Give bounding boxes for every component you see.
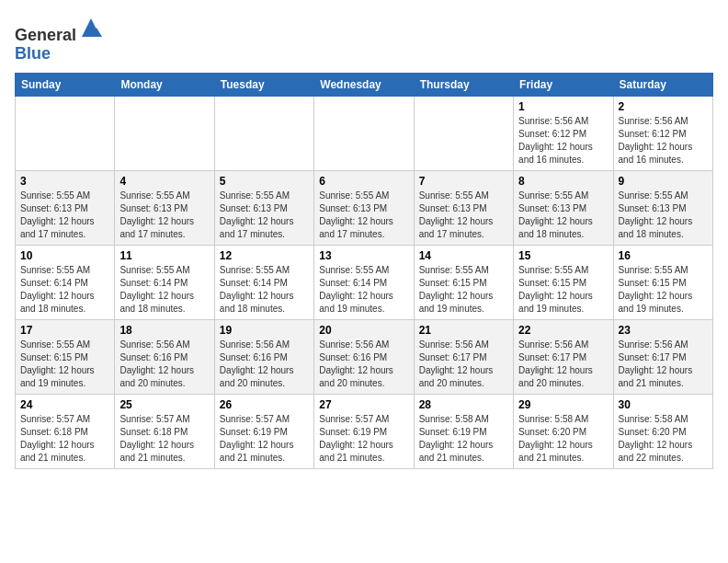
day-number: 17 bbox=[20, 324, 109, 337]
day-number: 25 bbox=[119, 398, 209, 411]
day-info: Sunrise: 5:55 AM Sunset: 6:15 PM Dayligh… bbox=[619, 264, 708, 316]
day-info: Sunrise: 5:56 AM Sunset: 6:17 PM Dayligh… bbox=[518, 339, 608, 390]
calendar-cell: 28Sunrise: 5:58 AM Sunset: 6:19 PM Dayli… bbox=[414, 394, 513, 468]
week-row-3: 10Sunrise: 5:55 AM Sunset: 6:14 PM Dayli… bbox=[16, 245, 713, 319]
day-info: Sunrise: 5:58 AM Sunset: 6:19 PM Dayligh… bbox=[419, 413, 508, 465]
day-info: Sunrise: 5:55 AM Sunset: 6:13 PM Dayligh… bbox=[319, 190, 408, 241]
day-number: 3 bbox=[20, 175, 109, 188]
day-info: Sunrise: 5:56 AM Sunset: 6:16 PM Dayligh… bbox=[119, 339, 209, 390]
calendar-cell: 19Sunrise: 5:56 AM Sunset: 6:16 PM Dayli… bbox=[214, 319, 313, 394]
calendar-cell: 12Sunrise: 5:55 AM Sunset: 6:14 PM Dayli… bbox=[214, 245, 313, 319]
day-info: Sunrise: 5:57 AM Sunset: 6:19 PM Dayligh… bbox=[319, 413, 408, 465]
logo: General Blue bbox=[15, 15, 104, 63]
day-number: 29 bbox=[518, 398, 608, 411]
calendar-cell: 21Sunrise: 5:56 AM Sunset: 6:17 PM Dayli… bbox=[414, 319, 513, 394]
day-number: 5 bbox=[220, 175, 309, 188]
day-info: Sunrise: 5:55 AM Sunset: 6:14 PM Dayligh… bbox=[20, 264, 109, 316]
weekday-header-tuesday: Tuesday bbox=[214, 73, 313, 96]
day-info: Sunrise: 5:55 AM Sunset: 6:15 PM Dayligh… bbox=[20, 339, 109, 390]
day-info: Sunrise: 5:58 AM Sunset: 6:20 PM Dayligh… bbox=[619, 413, 708, 465]
calendar-cell: 11Sunrise: 5:55 AM Sunset: 6:14 PM Dayli… bbox=[115, 245, 214, 319]
logo-general: General bbox=[15, 26, 76, 44]
day-info: Sunrise: 5:58 AM Sunset: 6:20 PM Dayligh… bbox=[518, 413, 608, 465]
calendar-cell: 13Sunrise: 5:55 AM Sunset: 6:14 PM Dayli… bbox=[314, 245, 414, 319]
day-number: 1 bbox=[518, 100, 608, 113]
day-number: 27 bbox=[319, 398, 408, 411]
calendar-cell bbox=[115, 96, 214, 170]
day-info: Sunrise: 5:57 AM Sunset: 6:18 PM Dayligh… bbox=[119, 413, 209, 465]
calendar-cell bbox=[214, 96, 313, 170]
day-number: 18 bbox=[119, 324, 209, 337]
day-number: 4 bbox=[119, 175, 209, 188]
day-info: Sunrise: 5:55 AM Sunset: 6:14 PM Dayligh… bbox=[119, 264, 209, 316]
calendar-cell: 27Sunrise: 5:57 AM Sunset: 6:19 PM Dayli… bbox=[314, 394, 414, 468]
calendar-cell: 6Sunrise: 5:55 AM Sunset: 6:13 PM Daylig… bbox=[314, 170, 414, 245]
calendar-cell: 17Sunrise: 5:55 AM Sunset: 6:15 PM Dayli… bbox=[16, 319, 115, 394]
week-row-1: 1Sunrise: 5:56 AM Sunset: 6:12 PM Daylig… bbox=[16, 96, 713, 170]
calendar-cell: 10Sunrise: 5:55 AM Sunset: 6:14 PM Dayli… bbox=[16, 245, 115, 319]
day-info: Sunrise: 5:55 AM Sunset: 6:13 PM Dayligh… bbox=[119, 190, 209, 241]
weekday-header-friday: Friday bbox=[514, 73, 613, 96]
day-info: Sunrise: 5:55 AM Sunset: 6:13 PM Dayligh… bbox=[419, 190, 508, 241]
day-info: Sunrise: 5:55 AM Sunset: 6:15 PM Dayligh… bbox=[419, 264, 508, 316]
day-number: 16 bbox=[619, 249, 708, 262]
day-number: 21 bbox=[419, 324, 508, 337]
calendar-cell: 20Sunrise: 5:56 AM Sunset: 6:16 PM Dayli… bbox=[314, 319, 414, 394]
week-row-4: 17Sunrise: 5:55 AM Sunset: 6:15 PM Dayli… bbox=[16, 319, 713, 394]
day-info: Sunrise: 5:57 AM Sunset: 6:18 PM Dayligh… bbox=[20, 413, 109, 465]
calendar-cell: 4Sunrise: 5:55 AM Sunset: 6:13 PM Daylig… bbox=[115, 170, 214, 245]
day-number: 10 bbox=[20, 249, 109, 262]
logo-blue: Blue bbox=[15, 44, 51, 63]
calendar-cell: 9Sunrise: 5:55 AM Sunset: 6:13 PM Daylig… bbox=[613, 170, 712, 245]
day-info: Sunrise: 5:55 AM Sunset: 6:14 PM Dayligh… bbox=[319, 264, 408, 316]
weekday-header-sunday: Sunday bbox=[16, 73, 115, 96]
calendar-cell: 25Sunrise: 5:57 AM Sunset: 6:18 PM Dayli… bbox=[115, 394, 214, 468]
week-row-5: 24Sunrise: 5:57 AM Sunset: 6:18 PM Dayli… bbox=[16, 394, 713, 468]
day-number: 28 bbox=[419, 398, 508, 411]
day-info: Sunrise: 5:57 AM Sunset: 6:19 PM Dayligh… bbox=[220, 413, 309, 465]
calendar-cell: 5Sunrise: 5:55 AM Sunset: 6:13 PM Daylig… bbox=[214, 170, 313, 245]
logo-icon bbox=[78, 15, 104, 40]
day-info: Sunrise: 5:56 AM Sunset: 6:16 PM Dayligh… bbox=[220, 339, 309, 390]
day-info: Sunrise: 5:56 AM Sunset: 6:17 PM Dayligh… bbox=[619, 339, 708, 390]
calendar-cell: 7Sunrise: 5:55 AM Sunset: 6:13 PM Daylig… bbox=[414, 170, 513, 245]
day-number: 23 bbox=[619, 324, 708, 337]
calendar-cell: 14Sunrise: 5:55 AM Sunset: 6:15 PM Dayli… bbox=[414, 245, 513, 319]
day-number: 30 bbox=[619, 398, 708, 411]
calendar-cell bbox=[414, 96, 513, 170]
calendar-cell: 8Sunrise: 5:55 AM Sunset: 6:13 PM Daylig… bbox=[514, 170, 613, 245]
day-number: 6 bbox=[319, 175, 408, 188]
calendar-cell: 15Sunrise: 5:55 AM Sunset: 6:15 PM Dayli… bbox=[514, 245, 613, 319]
week-row-2: 3Sunrise: 5:55 AM Sunset: 6:13 PM Daylig… bbox=[16, 170, 713, 245]
calendar-cell bbox=[314, 96, 414, 170]
calendar-cell: 23Sunrise: 5:56 AM Sunset: 6:17 PM Dayli… bbox=[613, 319, 712, 394]
day-info: Sunrise: 5:55 AM Sunset: 6:14 PM Dayligh… bbox=[220, 264, 309, 316]
day-number: 12 bbox=[220, 249, 309, 262]
day-info: Sunrise: 5:55 AM Sunset: 6:13 PM Dayligh… bbox=[20, 190, 109, 241]
day-info: Sunrise: 5:56 AM Sunset: 6:17 PM Dayligh… bbox=[419, 339, 508, 390]
calendar-cell: 2Sunrise: 5:56 AM Sunset: 6:12 PM Daylig… bbox=[613, 96, 712, 170]
weekday-header-thursday: Thursday bbox=[414, 73, 513, 96]
day-info: Sunrise: 5:55 AM Sunset: 6:13 PM Dayligh… bbox=[220, 190, 309, 241]
weekday-header-row: SundayMondayTuesdayWednesdayThursdayFrid… bbox=[16, 73, 713, 96]
day-info: Sunrise: 5:55 AM Sunset: 6:15 PM Dayligh… bbox=[518, 264, 608, 316]
day-number: 14 bbox=[419, 249, 508, 262]
day-info: Sunrise: 5:56 AM Sunset: 6:12 PM Dayligh… bbox=[619, 115, 708, 167]
day-number: 24 bbox=[20, 398, 109, 411]
day-number: 19 bbox=[220, 324, 309, 337]
calendar-cell bbox=[16, 96, 115, 170]
day-number: 20 bbox=[319, 324, 408, 337]
weekday-header-saturday: Saturday bbox=[613, 73, 712, 96]
day-info: Sunrise: 5:55 AM Sunset: 6:13 PM Dayligh… bbox=[619, 190, 708, 241]
day-info: Sunrise: 5:56 AM Sunset: 6:16 PM Dayligh… bbox=[319, 339, 408, 390]
calendar-table: SundayMondayTuesdayWednesdayThursdayFrid… bbox=[15, 73, 713, 469]
calendar-cell: 24Sunrise: 5:57 AM Sunset: 6:18 PM Dayli… bbox=[16, 394, 115, 468]
day-number: 15 bbox=[518, 249, 608, 262]
day-number: 7 bbox=[419, 175, 508, 188]
day-number: 22 bbox=[518, 324, 608, 337]
calendar-cell: 18Sunrise: 5:56 AM Sunset: 6:16 PM Dayli… bbox=[115, 319, 214, 394]
weekday-header-monday: Monday bbox=[115, 73, 214, 96]
day-number: 8 bbox=[518, 175, 608, 188]
calendar-cell: 22Sunrise: 5:56 AM Sunset: 6:17 PM Dayli… bbox=[514, 319, 613, 394]
day-number: 9 bbox=[619, 175, 708, 188]
